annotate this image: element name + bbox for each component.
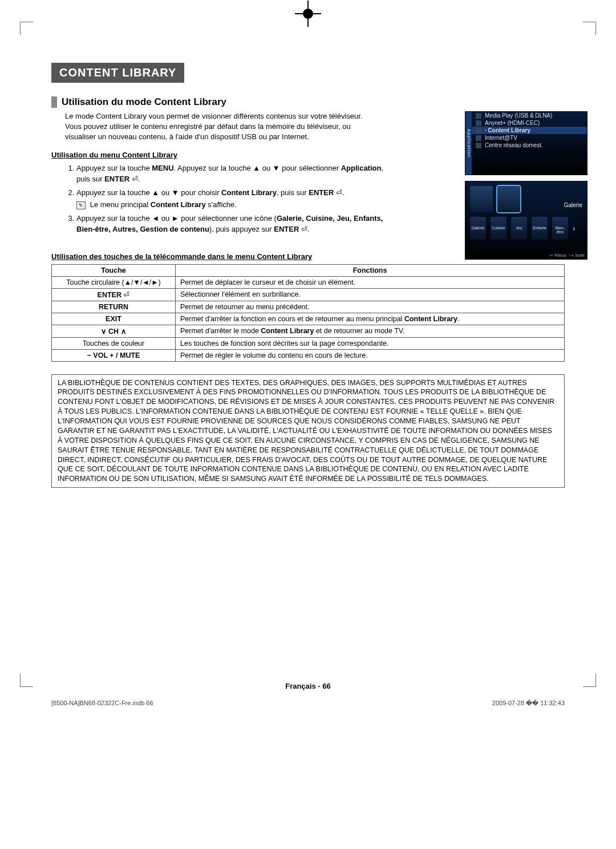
cell-key: ENTER ⏎ — [52, 288, 176, 301]
section-title: Utilisation du mode Content Library — [51, 96, 565, 108]
screenshot-footer-hints: ↩ Retour →⎆ Sortir — [550, 253, 585, 258]
intro-paragraph: Le mode Content Library vous permet de v… — [65, 111, 373, 143]
chapter-heading: CONTENT LIBRARY — [51, 63, 184, 83]
tile-thumb-selected — [497, 186, 520, 212]
cell-function: Les touches de fonction sont décrites su… — [176, 337, 565, 349]
menu-item-icon — [476, 143, 481, 148]
remote-buttons-table: Touche Fonctions Touche circulaire (▲/▼/… — [51, 264, 565, 362]
menu-row: Centre réseau domest. — [465, 142, 587, 149]
table-row: RETURNPermet de retourner au menu précéd… — [52, 301, 565, 313]
crop-mark — [583, 674, 596, 687]
cell-function: Permet d'arrêter la fonction en cours et… — [176, 313, 565, 325]
screenshot-column: Application Media Play (USB & DLNA)Anyne… — [465, 111, 587, 265]
menu-item-label: Media Play (USB & DLNA) — [485, 112, 552, 119]
table-row: Touche circulaire (▲/▼/◄/►)Permet de dép… — [52, 276, 565, 288]
menu-item-icon — [476, 135, 481, 141]
cell-key: − VOL + / MUTE — [52, 349, 176, 361]
menu-row: · Content Library — [465, 127, 587, 134]
crop-mark — [20, 674, 33, 687]
cell-function: Permet de déplacer le curseur et de choi… — [176, 276, 565, 288]
step-3: Appuyez sur la touche ◄ ou ► pour sélect… — [76, 213, 384, 235]
table-row: Touches de couleurLes touches de fonctio… — [52, 337, 565, 349]
steps-list: Appuyez sur la touche MENU. Appuyez sur … — [76, 163, 384, 235]
cell-function: Permet d'arrêter le mode Content Library… — [176, 325, 565, 337]
menu-vertical-tab: Application — [465, 112, 472, 175]
note-icon: ✎ — [76, 201, 86, 209]
tile-icon: Galerie — [470, 217, 486, 240]
step-2: Appuyez sur la touche ▲ ou ▼ pour choisi… — [76, 187, 384, 211]
menu-item-label: Centre réseau domest. — [485, 142, 543, 148]
tile-selected-label: Galerie — [564, 202, 582, 208]
chevron-right-icon: › — [573, 224, 576, 233]
tile-icon: Jeu — [511, 217, 527, 240]
meta-filename: [8500-NA]BN68-02322C-Fre.indb 66 — [51, 700, 153, 707]
cell-function: Permet de régler le volume du contenu en… — [176, 349, 565, 361]
cell-key: Touches de couleur — [52, 337, 176, 349]
heading-bar-icon — [51, 96, 57, 108]
th-key: Touche — [52, 264, 176, 276]
tile-thumb — [470, 186, 493, 212]
registration-mark-icon — [303, 9, 313, 19]
menu-item-icon — [476, 113, 481, 119]
cell-key: Touche circulaire (▲/▼/◄/►) — [52, 276, 176, 288]
cell-function: Sélectionner l'élément en surbrillance. — [176, 288, 565, 301]
disclaimer-box: LA BIBLIOTHÈQUE DE CONTENUS CONTIENT DES… — [51, 374, 565, 488]
menu-row: Media Play (USB & DLNA) — [465, 112, 587, 119]
table-row: − VOL + / MUTEPermet de régler le volume… — [52, 349, 565, 361]
menu-row: Internet@TV — [465, 134, 587, 142]
cell-function: Permet de retourner au menu précédent. — [176, 301, 565, 313]
section-title-text: Utilisation du mode Content Library — [62, 96, 226, 108]
menu-item-label: Internet@TV — [485, 135, 517, 141]
tile-icon: Enfants — [532, 217, 548, 240]
crop-mark — [20, 22, 33, 35]
tile-icon: Cuisine — [491, 217, 506, 240]
screenshot-application-menu: Application Media Play (USB & DLNA)Anyne… — [465, 111, 587, 175]
meta-timestamp: 2009-07-28 �� 11:32:43 — [492, 700, 565, 707]
menu-item-label: Anynet+ (HDMI-CEC) — [485, 120, 540, 126]
step-1: Appuyez sur la touche MENU. Appuyez sur … — [76, 163, 384, 185]
cell-key: ∨ CH ∧ — [52, 325, 176, 337]
menu-item-icon — [476, 120, 481, 126]
cell-key: RETURN — [52, 301, 176, 313]
menu-row: Anynet+ (HDMI-CEC) — [465, 119, 587, 127]
menu-item-label: · Content Library — [485, 127, 530, 134]
cell-key: EXIT — [52, 313, 176, 325]
tile-icon: Bien-être — [552, 217, 568, 240]
table-row: EXITPermet d'arrêter la fonction en cour… — [52, 313, 565, 325]
table-row: ENTER ⏎Sélectionner l'élément en surbril… — [52, 288, 565, 301]
crop-mark — [583, 22, 596, 35]
page-footer: Français - 66 — [51, 682, 565, 690]
th-function: Fonctions — [176, 264, 565, 276]
menu-item-icon — [476, 128, 481, 134]
screenshot-content-library-tiles: Galerie GalerieCuisineJeuEnfantsBien-êtr… — [465, 181, 587, 260]
table-row: ∨ CH ∧Permet d'arrêter le mode Content L… — [52, 325, 565, 337]
